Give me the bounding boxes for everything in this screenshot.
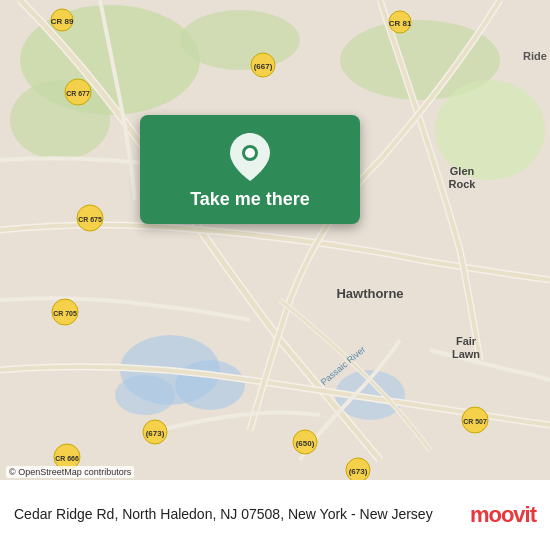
moovit-logo: moovit	[470, 502, 536, 528]
svg-text:CR 675: CR 675	[78, 216, 102, 223]
svg-text:CR 677: CR 677	[66, 90, 90, 97]
svg-text:(667): (667)	[254, 62, 273, 71]
svg-text:Rock: Rock	[449, 178, 477, 190]
svg-text:Lawn: Lawn	[452, 348, 480, 360]
svg-text:CR 666: CR 666	[55, 455, 79, 462]
take-me-there-label: Take me there	[190, 189, 310, 210]
svg-point-8	[115, 375, 175, 415]
svg-text:(673): (673)	[349, 467, 368, 476]
moovit-logo-text: moovit	[470, 502, 536, 528]
map-container: CR 89 CR 677 (667) CR 81 CR 675 CR 705 (…	[0, 0, 550, 480]
svg-text:(673): (673)	[146, 429, 165, 438]
svg-text:CR 89: CR 89	[51, 17, 74, 26]
address-text: Cedar Ridge Rd, North Haledon, NJ 07508,…	[14, 505, 460, 525]
svg-text:CR 705: CR 705	[53, 310, 77, 317]
svg-point-3	[180, 10, 300, 70]
map-svg: CR 89 CR 677 (667) CR 81 CR 675 CR 705 (…	[0, 0, 550, 480]
svg-point-40	[245, 148, 255, 158]
bottom-bar: Cedar Ridge Rd, North Haledon, NJ 07508,…	[0, 480, 550, 550]
svg-text:Ride: Ride	[523, 50, 547, 62]
svg-point-2	[10, 80, 110, 160]
svg-text:Glen: Glen	[450, 165, 475, 177]
take-me-there-button[interactable]: Take me there	[140, 115, 360, 224]
osm-attribution: © OpenStreetMap contributors	[6, 466, 134, 478]
svg-text:CR 81: CR 81	[389, 19, 412, 28]
svg-point-7	[175, 360, 245, 410]
location-pin-icon	[230, 133, 270, 181]
svg-text:Hawthorne: Hawthorne	[336, 286, 403, 301]
svg-text:CR 507: CR 507	[463, 418, 487, 425]
svg-text:(650): (650)	[296, 439, 315, 448]
svg-text:Fair: Fair	[456, 335, 477, 347]
